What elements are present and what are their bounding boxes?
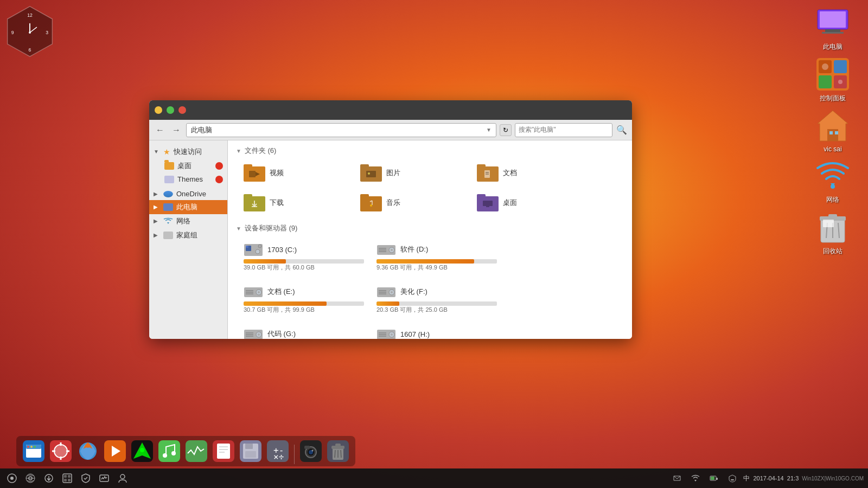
svg-rect-151	[68, 475, 71, 478]
user-button[interactable]	[115, 471, 130, 486]
dock-app-firefox[interactable]	[75, 438, 101, 464]
drive-h-name: 1607 (H:)	[400, 330, 430, 338]
address-dropdown[interactable]: ▼	[486, 127, 492, 133]
address-text: 此电脑	[191, 125, 486, 135]
video-folder-icon	[244, 164, 265, 182]
dock-app-trash[interactable]	[325, 438, 351, 464]
desktop-icon-vic-sai[interactable]: vic sai	[808, 108, 857, 153]
search-button[interactable]: 🔍	[616, 124, 628, 136]
folder-video[interactable]: 视频	[241, 162, 350, 184]
search-box[interactable]: 搜索"此电脑"	[515, 123, 612, 137]
sidebar-network[interactable]: ▶ 网络	[149, 214, 227, 228]
apps-button[interactable]	[23, 471, 38, 486]
desktop-icon-control-panel[interactable]: 控制面板	[808, 57, 857, 103]
folders-section-title: 文件夹 (6)	[245, 146, 277, 156]
folder-desktop[interactable]: 桌面	[475, 192, 583, 214]
folder-music[interactable]: 音乐	[358, 192, 467, 214]
onedrive-expand: ▶	[154, 191, 160, 197]
svg-rect-117	[186, 440, 207, 462]
main-panel: ▼ 文件夹 (6) 视频	[228, 140, 632, 339]
drive-g[interactable]: 代码 (G:) 26.2 GB 可用，共 30.5 GB	[241, 324, 366, 339]
dock-app-finder[interactable]	[21, 438, 47, 464]
address-bar[interactable]: 此电脑 ▼	[186, 123, 496, 137]
svg-point-103	[54, 445, 67, 458]
file-manager-window: ← → 此电脑 ▼ ↻ 搜索"此电脑" 🔍 ▼ ★ 快速访问 桌面	[149, 100, 632, 339]
sidebar-themes[interactable]: Themes	[149, 173, 227, 185]
drive-e[interactable]: 文档 (E:) 30.7 GB 可用，共 99.9 GB	[241, 282, 366, 316]
drive-c-space: 39.0 GB 可用，共 60.0 GB	[244, 264, 364, 272]
this-pc-expand: ▶	[154, 204, 160, 210]
start-button[interactable]	[4, 471, 20, 486]
minimize-button[interactable]	[155, 106, 162, 114]
drive-h[interactable]: 1607 (H:) 19.7 GB 可用，共 44.4 GB	[374, 324, 499, 339]
network-sidebar-label: 网络	[176, 216, 190, 226]
dock-app-media[interactable]	[102, 438, 128, 464]
tray-icon-2[interactable]	[688, 471, 703, 486]
drive-c[interactable]: 1703 (C:) 39.0 GB 可用，共 60.0 GB	[241, 240, 366, 274]
maximize-button[interactable]	[167, 106, 174, 114]
svg-text:×÷: ×÷	[273, 452, 284, 462]
svg-point-101	[34, 446, 36, 448]
svg-rect-150	[64, 475, 67, 478]
forward-button[interactable]: →	[170, 124, 183, 137]
content-area: ▼ ★ 快速访问 桌面 Themes ▶ OneD	[149, 140, 632, 339]
svg-rect-40	[483, 201, 493, 206]
folder-photo[interactable]: 图片	[358, 162, 467, 184]
download-sys-button[interactable]	[41, 471, 56, 486]
refresh-button[interactable]: ↻	[500, 124, 512, 136]
sidebar-onedrive[interactable]: ▶ OneDrive	[149, 188, 227, 200]
desktop-label: 桌面	[177, 161, 192, 171]
download-folder-icon	[244, 194, 265, 211]
quick-access-group: ▼ ★ 快速访问 桌面 Themes	[149, 145, 227, 185]
svg-line-142	[341, 450, 341, 458]
close-button[interactable]	[178, 106, 186, 114]
sidebar-desktop[interactable]: 桌面	[149, 159, 227, 173]
sidebar-homegroup[interactable]: ▶ 家庭组	[149, 228, 227, 242]
tray-icon-1[interactable]	[669, 471, 685, 486]
svg-point-56	[258, 291, 260, 293]
folders-section-header[interactable]: ▼ 文件夹 (6)	[236, 146, 624, 156]
network-icon	[815, 158, 850, 193]
drive-d[interactable]: 软件 (D:) 9.36 GB 可用，共 49.9 GB	[374, 240, 499, 274]
dock-app-floppy[interactable]	[238, 438, 264, 464]
drive-f[interactable]: 美化 (F:) 20.3 GB 可用，共 25.0 GB	[374, 282, 499, 316]
drive-d-name: 软件 (D:)	[400, 245, 428, 254]
svg-point-62	[391, 291, 393, 293]
desktop-icon-recycle[interactable]: 回收站	[808, 210, 857, 256]
tray-icon-4[interactable]	[725, 471, 740, 486]
back-button[interactable]: ←	[154, 124, 167, 137]
desktop-icon-network[interactable]: 网络	[808, 158, 857, 204]
drive-f-space: 20.3 GB 可用，共 25.0 GB	[376, 306, 497, 314]
sidebar-quick-access[interactable]: ▼ ★ 快速访问	[149, 145, 227, 159]
folder-download[interactable]: 下载	[241, 192, 350, 214]
dock-app-camera[interactable]	[298, 438, 324, 464]
desktop-icon-this-pc[interactable]: 此电脑	[808, 5, 857, 52]
folder-doc[interactable]: 文档	[475, 162, 583, 184]
clock-widget: 12 3 6 9	[5, 5, 60, 65]
security-button[interactable]	[78, 471, 93, 486]
dock-app-system-prefs[interactable]	[48, 438, 74, 464]
drives-section-header[interactable]: ▼ 设备和驱动器 (9)	[236, 223, 624, 233]
tray-icon-3[interactable]	[706, 471, 722, 486]
drive-f-name: 美化 (F:)	[400, 287, 427, 297]
app-dock: +- ×÷	[16, 436, 355, 466]
dock-app-music[interactable]	[156, 438, 182, 464]
toolbar: ← → 此电脑 ▼ ↻ 搜索"此电脑" 🔍	[149, 120, 632, 140]
network-small-icon	[163, 217, 173, 225]
drive-e-name: 文档 (E:)	[267, 287, 295, 297]
dock-app-alienware[interactable]	[129, 438, 155, 464]
desktop-folder-icon-lg	[477, 194, 499, 211]
svg-rect-9	[820, 11, 846, 28]
activity-sys-button[interactable]	[97, 471, 112, 486]
desktop-folder-label: 桌面	[503, 198, 517, 208]
pc-small-icon	[163, 203, 173, 211]
dock-app-calculator[interactable]: +- ×÷	[265, 438, 291, 464]
svg-point-46	[256, 249, 260, 254]
svg-rect-15	[819, 75, 832, 88]
dock-app-texteditor[interactable]	[210, 438, 237, 464]
recycle-icon	[815, 210, 850, 245]
dock-app-activity[interactable]	[183, 438, 209, 464]
this-pc-sidebar-label: 此电脑	[176, 202, 197, 212]
gallery-button[interactable]	[60, 471, 75, 486]
sidebar-this-pc[interactable]: ▶ 此电脑	[149, 200, 227, 214]
